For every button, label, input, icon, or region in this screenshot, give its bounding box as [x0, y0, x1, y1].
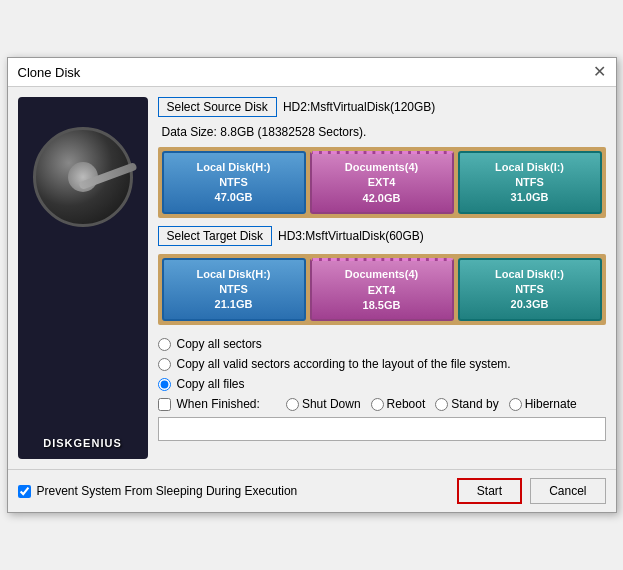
target-disk-0-label: Local Disk(H:) — [197, 267, 271, 282]
copy-all-sectors-label: Copy all sectors — [177, 337, 262, 351]
source-disk-1[interactable]: Documents(4) EXT4 42.0GB — [310, 151, 454, 214]
reboot-radio[interactable] — [371, 398, 384, 411]
shutdown-label: Shut Down — [302, 397, 361, 411]
copy-valid-sectors-row: Copy all valid sectors according to the … — [158, 357, 606, 371]
brand-label: DISKGENIUS — [43, 437, 121, 449]
select-source-button[interactable]: Select Source Disk — [158, 97, 277, 117]
copy-valid-sectors-radio[interactable] — [158, 358, 171, 371]
target-disk-1-size: 18.5GB — [363, 298, 401, 313]
source-disk-0-size: 47.0GB — [215, 190, 253, 205]
copy-all-files-radio[interactable] — [158, 378, 171, 391]
target-section-row: Select Target Disk HD3:MsftVirtualDisk(6… — [158, 226, 606, 246]
source-disk-0-fs: NTFS — [219, 175, 248, 190]
data-size-row: Data Size: 8.8GB (18382528 Sectors). — [158, 125, 606, 139]
left-panel: DISKGENIUS — [18, 97, 148, 459]
source-disk-1-size: 42.0GB — [363, 191, 401, 206]
footer-right: Start Cancel — [457, 478, 606, 504]
source-disk-1-label: Documents(4) — [345, 160, 418, 175]
source-disk-2-fs: NTFS — [515, 175, 544, 190]
target-disk-1[interactable]: Documents(4) EXT4 18.5GB — [310, 258, 454, 321]
start-button[interactable]: Start — [457, 478, 522, 504]
standby-option: Stand by — [435, 397, 498, 411]
standby-radio[interactable] — [435, 398, 448, 411]
source-disk-2-size: 31.0GB — [511, 190, 549, 205]
copy-all-files-row: Copy all files — [158, 377, 606, 391]
hibernate-radio[interactable] — [509, 398, 522, 411]
right-panel: Select Source Disk HD2:MsftVirtualDisk(1… — [158, 97, 606, 459]
copy-all-sectors-radio[interactable] — [158, 338, 171, 351]
source-disk-0-label: Local Disk(H:) — [197, 160, 271, 175]
dialog-title: Clone Disk — [18, 65, 81, 80]
reboot-option: Reboot — [371, 397, 426, 411]
footer: Prevent System From Sleeping During Exec… — [8, 469, 616, 512]
clone-disk-dialog: Clone Disk ✕ DISKGENIUS Select Source Di… — [7, 57, 617, 513]
options-section: Copy all sectors Copy all valid sectors … — [158, 337, 606, 441]
when-finished-row: When Finished: Shut Down Reboot Stand — [158, 397, 606, 411]
copy-valid-sectors-label: Copy all valid sectors according to the … — [177, 357, 511, 371]
prevent-sleep-checkbox[interactable] — [18, 485, 31, 498]
source-disk-1-fs: EXT4 — [368, 175, 396, 190]
footer-left: Prevent System From Sleeping During Exec… — [18, 484, 298, 498]
source-disk-2-label: Local Disk(I:) — [495, 160, 564, 175]
prevent-sleep-label: Prevent System From Sleeping During Exec… — [37, 484, 298, 498]
dialog-body: DISKGENIUS Select Source Disk HD2:MsftVi… — [8, 87, 616, 469]
cancel-button[interactable]: Cancel — [530, 478, 605, 504]
source-disks-container: Local Disk(H:) NTFS 47.0GB Documents(4) … — [158, 147, 606, 218]
target-disk-0-size: 21.1GB — [215, 297, 253, 312]
when-finished-checkbox[interactable] — [158, 398, 171, 411]
shutdown-radio[interactable] — [286, 398, 299, 411]
target-disk-2[interactable]: Local Disk(I:) NTFS 20.3GB — [458, 258, 602, 321]
hibernate-option: Hibernate — [509, 397, 577, 411]
comment-input[interactable] — [158, 417, 606, 441]
copy-all-files-label: Copy all files — [177, 377, 245, 391]
source-section-row: Select Source Disk HD2:MsftVirtualDisk(1… — [158, 97, 606, 117]
title-bar: Clone Disk ✕ — [8, 58, 616, 87]
source-disk-name: HD2:MsftVirtualDisk(120GB) — [283, 100, 606, 114]
target-disk-2-fs: NTFS — [515, 282, 544, 297]
when-finished-label: When Finished: — [177, 397, 260, 411]
target-disk-1-label: Documents(4) — [345, 267, 418, 282]
source-disk-2[interactable]: Local Disk(I:) NTFS 31.0GB — [458, 151, 602, 214]
data-size-label: Data Size: — [162, 125, 217, 139]
data-size-value: 8.8GB (18382528 Sectors). — [220, 125, 366, 139]
when-finished-options: Shut Down Reboot Stand by Hibernate — [286, 397, 577, 411]
target-disk-2-label: Local Disk(I:) — [495, 267, 564, 282]
close-button[interactable]: ✕ — [593, 64, 606, 80]
target-disk-name: HD3:MsftVirtualDisk(60GB) — [278, 229, 606, 243]
reboot-label: Reboot — [387, 397, 426, 411]
target-disk-0-fs: NTFS — [219, 282, 248, 297]
target-disk-1-fs: EXT4 — [368, 283, 396, 298]
source-disk-0[interactable]: Local Disk(H:) NTFS 47.0GB — [162, 151, 306, 214]
target-disk-2-size: 20.3GB — [511, 297, 549, 312]
standby-label: Stand by — [451, 397, 498, 411]
copy-all-sectors-row: Copy all sectors — [158, 337, 606, 351]
hibernate-label: Hibernate — [525, 397, 577, 411]
target-disks-container: Local Disk(H:) NTFS 21.1GB Documents(4) … — [158, 254, 606, 325]
select-target-button[interactable]: Select Target Disk — [158, 226, 273, 246]
shutdown-option: Shut Down — [286, 397, 361, 411]
target-disk-0[interactable]: Local Disk(H:) NTFS 21.1GB — [162, 258, 306, 321]
disk-image — [28, 107, 138, 307]
